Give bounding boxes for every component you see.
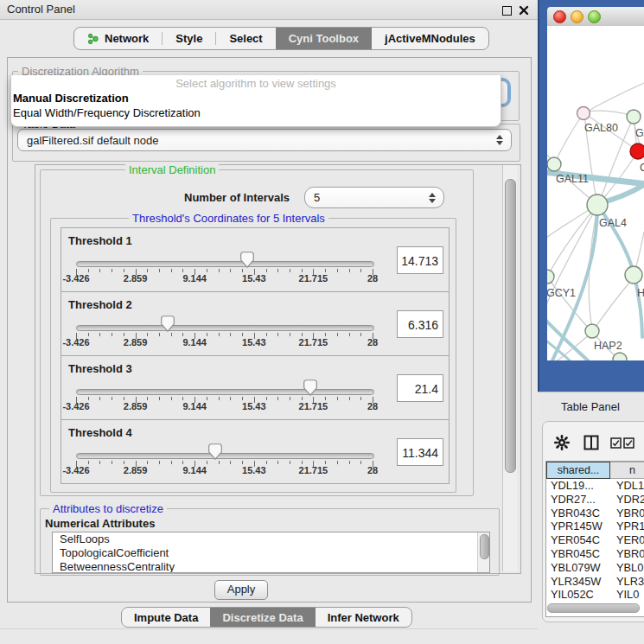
minimize-traffic-light-icon[interactable] xyxy=(571,10,583,23)
scrollbar-thumb[interactable] xyxy=(480,534,489,559)
minor-tick xyxy=(277,397,278,400)
list-scrollbar[interactable] xyxy=(477,532,489,572)
network-edge[interactable] xyxy=(554,113,583,164)
cell-name[interactable]: YBR0 xyxy=(610,547,644,561)
slider-thumb[interactable] xyxy=(208,443,222,460)
cell-shared-name[interactable]: YBR043C xyxy=(546,507,610,520)
apply-button[interactable]: Apply xyxy=(214,580,268,600)
tab-jactivemnodules[interactable]: jActiveMNodules xyxy=(372,28,488,49)
minor-tick xyxy=(124,269,124,272)
slider-track[interactable] xyxy=(76,453,374,459)
tab-impute-data[interactable]: Impute Data xyxy=(122,608,210,627)
cell-shared-name[interactable]: YBL079W xyxy=(546,561,610,575)
network-node[interactable] xyxy=(585,324,599,338)
minor-tick xyxy=(124,461,124,464)
close-icon[interactable] xyxy=(519,5,529,16)
numerical-attributes-list[interactable]: SelfLoopsTopologicalCoefficientBetweenne… xyxy=(52,532,490,573)
table-data-combobox[interactable]: galFiltered.sif default node xyxy=(17,129,512,151)
cell-shared-name[interactable]: YPR145W xyxy=(546,520,610,533)
network-node[interactable] xyxy=(613,353,627,360)
tab-select[interactable]: Select xyxy=(216,28,275,49)
table-row[interactable]: YBL079WYBL0 xyxy=(546,561,644,575)
slider-thumb[interactable] xyxy=(303,379,317,396)
cell-shared-name[interactable]: YDL19... xyxy=(546,479,610,493)
attribute-list-item[interactable]: BetweennessCentrality xyxy=(53,560,489,573)
gear-icon[interactable] xyxy=(554,435,570,450)
vertical-scrollbar[interactable] xyxy=(502,165,517,571)
network-node[interactable] xyxy=(577,107,590,120)
cell-shared-name[interactable]: YIL052C xyxy=(546,588,610,602)
slider-thumb[interactable] xyxy=(240,252,254,268)
attribute-list-item[interactable]: SelfLoops xyxy=(53,532,489,546)
minor-tick xyxy=(99,269,100,272)
cell-shared-name[interactable]: YDR27... xyxy=(546,493,610,507)
network-canvas[interactable]: GAL80GACGAL11GAL4GCY1HHAP2 xyxy=(547,26,644,360)
network-node[interactable] xyxy=(627,110,641,124)
scrollbar-thumb[interactable] xyxy=(547,603,640,613)
slider-track[interactable] xyxy=(76,325,374,331)
table-horizontal-scrollbar[interactable] xyxy=(546,603,642,612)
cell-name[interactable]: YLR3 xyxy=(610,575,644,589)
table-row[interactable]: YER054CYER0 xyxy=(546,533,644,547)
cell-name[interactable]: YBL0 xyxy=(610,561,644,575)
network-edge-highlighted[interactable] xyxy=(634,276,642,337)
table-row[interactable]: YDL19...YDL1 xyxy=(546,479,644,493)
network-node[interactable] xyxy=(587,194,608,215)
cell-shared-name[interactable]: YLR345W xyxy=(546,575,610,589)
close-traffic-light-icon[interactable] xyxy=(553,10,566,23)
attribute-list-item[interactable]: TopologicalCoefficient xyxy=(53,546,489,560)
number-of-intervals-combobox[interactable]: 5 xyxy=(304,187,444,208)
dropdown-option[interactable]: Equal Width/Frequency Discretization xyxy=(11,105,501,120)
threshold-label: Threshold 1 xyxy=(68,234,132,247)
network-edge[interactable] xyxy=(587,83,644,112)
network-node[interactable] xyxy=(547,270,554,284)
cell-name[interactable]: YIL0 xyxy=(610,588,644,602)
dropdown-placeholder-item[interactable]: Select algorithm to view settings xyxy=(11,75,501,91)
hide-column-checkbox-icon[interactable] xyxy=(623,437,634,449)
dropdown-option[interactable]: Manual Discretization xyxy=(11,91,501,105)
tab-network[interactable]: Network xyxy=(74,28,162,49)
threshold-value-field[interactable]: 21.4 xyxy=(397,374,443,402)
network-node[interactable] xyxy=(547,157,561,171)
tick-label: 9.144 xyxy=(174,273,215,284)
table-row[interactable]: YBR043CYBR0 xyxy=(546,507,644,520)
cell-shared-name[interactable]: YBR045C xyxy=(546,547,610,561)
minor-tick xyxy=(230,461,231,464)
table-row[interactable]: YLR345WYLR3 xyxy=(546,575,644,589)
cell-shared-name[interactable]: YER054C xyxy=(546,533,610,547)
network-node[interactable] xyxy=(625,266,642,284)
threshold-value-field[interactable]: 14.713 xyxy=(397,246,443,274)
table-row[interactable]: YIL052CYIL0 xyxy=(546,588,644,602)
float-window-icon[interactable] xyxy=(502,6,512,16)
tab-cyni-toolbox[interactable]: Cyni Toolbox xyxy=(276,28,372,49)
cell-name[interactable]: YDL1 xyxy=(610,479,644,493)
slider-thumb[interactable] xyxy=(161,316,175,332)
tab-style[interactable]: Style xyxy=(163,28,215,49)
tick-label: -3.426 xyxy=(55,337,97,348)
show-column-checkbox-icon[interactable] xyxy=(610,437,622,449)
zoom-traffic-light-icon[interactable] xyxy=(588,10,601,23)
tab-infer-network[interactable]: Infer Network xyxy=(316,608,411,627)
column-header-name[interactable]: n xyxy=(610,462,644,479)
network-node[interactable] xyxy=(630,143,644,159)
slider-track[interactable] xyxy=(76,261,374,267)
slider-track[interactable] xyxy=(76,389,374,395)
table-row[interactable]: YDR27...YDR2 xyxy=(546,493,644,507)
minor-tick xyxy=(349,397,350,400)
cell-name[interactable]: YDR2 xyxy=(610,493,644,507)
minor-tick xyxy=(207,333,207,336)
network-edge[interactable] xyxy=(585,111,633,116)
minor-tick xyxy=(337,461,338,464)
cell-name[interactable]: YER0 xyxy=(610,533,644,547)
column-header-shared-name[interactable]: shared... xyxy=(546,462,610,479)
cell-name[interactable]: YPR1 xyxy=(610,520,644,533)
threshold-value-field[interactable]: 6.316 xyxy=(397,310,443,338)
column-browser-icon[interactable] xyxy=(583,435,599,450)
scrollbar-thumb[interactable] xyxy=(505,179,516,473)
table-row[interactable]: YPR145WYPR1 xyxy=(546,520,644,533)
tab-discretize-data[interactable]: Discretize Data xyxy=(210,608,315,627)
cell-name[interactable]: YBR0 xyxy=(610,507,644,520)
table-row[interactable]: YBR045CYBR0 xyxy=(546,547,644,561)
network-edge[interactable] xyxy=(594,277,634,329)
threshold-value-field[interactable]: 11.344 xyxy=(397,438,443,466)
